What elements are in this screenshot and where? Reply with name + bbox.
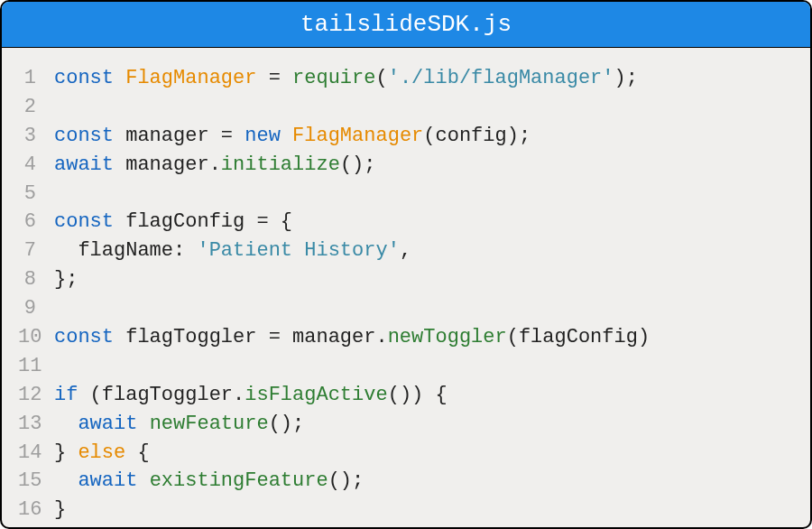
token-txt: (config); [423,125,531,147]
token-kw: const [54,67,114,89]
token-txt: ( [375,67,387,89]
token-txt [114,67,125,89]
line-number: 12 [18,381,54,410]
line-number: 4 [18,151,54,180]
line-content: const flagToggler = manager.newToggler(f… [54,323,794,352]
line-number: 15 [18,467,54,496]
code-line: 15 await existingFeature(); [18,467,794,496]
line-content: const FlagManager = require('./lib/flagM… [54,64,794,93]
token-kw: const [54,326,114,348]
code-line: 2 [18,93,794,122]
token-fn: newToggler [388,326,507,348]
line-number: 7 [18,237,54,265]
line-number: 13 [18,410,54,439]
token-kw: await [78,413,137,435]
token-txt: = [256,67,292,89]
token-kw: if [54,384,78,406]
code-line: 1const FlagManager = require('./lib/flag… [18,64,794,93]
token-kw: new [245,125,281,147]
file-title: tailslideSDK.js [300,11,512,38]
code-line: 9 [18,294,794,323]
token-kw: await [78,469,137,492]
code-line: 11 [18,352,794,381]
code-line: 8}; [18,265,794,294]
token-txt [54,413,78,435]
line-number: 9 [18,294,54,323]
line-content: await manager.initialize(); [54,151,794,180]
code-line: 4await manager.initialize(); [18,151,794,180]
token-txt: , [400,239,411,262]
token-txt [54,469,78,492]
token-txt [137,469,149,492]
line-content: await newFeature(); [54,410,794,439]
line-content: }; [54,265,794,294]
token-txt: flagName: [54,239,197,262]
file-title-bar: tailslideSDK.js [2,2,810,48]
token-txt: }; [54,268,78,291]
token-txt [137,413,149,435]
token-kw: await [54,153,114,176]
line-content: } [54,496,794,524]
token-txt: } [54,441,78,464]
token-fn: newFeature [150,413,269,435]
line-number: 10 [18,323,54,352]
line-number: 16 [18,496,54,524]
token-cls: else [78,441,125,464]
token-txt: manager. [114,153,221,176]
code-line: 7 flagName: 'Patient History', [18,237,794,265]
token-txt: ); [614,67,638,89]
code-line: 10const flagToggler = manager.newToggler… [18,323,794,352]
token-txt: (); [269,413,305,435]
code-line: 3const manager = new FlagManager(config)… [18,122,794,151]
line-content: } else { [54,439,794,468]
token-fn: initialize [221,153,340,176]
token-txt: (flagConfig) [507,326,650,348]
line-content: const manager = new FlagManager(config); [54,122,794,151]
code-window: tailslideSDK.js 1const FlagManager = req… [0,0,812,529]
line-content: const flagConfig = { [54,208,794,237]
token-txt: flagConfig = { [114,210,292,233]
code-body: 1const FlagManager = require('./lib/flag… [2,48,810,529]
code-line: 13 await newFeature(); [18,410,794,439]
code-line: 12if (flagToggler.isFlagActive()) { [18,381,794,410]
code-line: 5 [18,180,794,209]
line-content: await existingFeature(); [54,467,794,496]
code-line: 14} else { [18,439,794,468]
token-txt: ()) { [388,384,448,406]
token-txt: { [125,441,149,464]
token-txt: (flagToggler. [78,384,245,406]
token-txt: } [54,498,66,521]
token-txt: manager = [114,125,245,147]
code-line: 16} [18,496,794,524]
token-cls: FlagManager [125,67,256,89]
token-fn: existingFeature [150,469,328,492]
line-number: 14 [18,439,54,468]
token-txt: flagToggler = manager. [114,326,388,348]
line-number: 5 [18,180,54,209]
token-txt: (); [340,153,376,176]
token-kw: const [54,125,114,147]
line-number: 3 [18,122,54,151]
token-cls: FlagManager [292,125,423,147]
line-number: 11 [18,352,54,381]
token-fn: isFlagActive [245,384,387,406]
line-number: 6 [18,208,54,237]
token-str: 'Patient History' [197,239,399,262]
line-number: 8 [18,265,54,294]
code-line: 6const flagConfig = { [18,208,794,237]
token-txt: (); [328,469,364,492]
token-str: './lib/flagManager' [388,67,614,89]
token-kw: const [54,210,114,233]
token-txt [281,125,292,147]
token-fn: require [292,67,375,89]
line-content: if (flagToggler.isFlagActive()) { [54,381,794,410]
line-number: 1 [18,64,54,93]
line-number: 2 [18,93,54,122]
line-content: flagName: 'Patient History', [54,237,794,265]
